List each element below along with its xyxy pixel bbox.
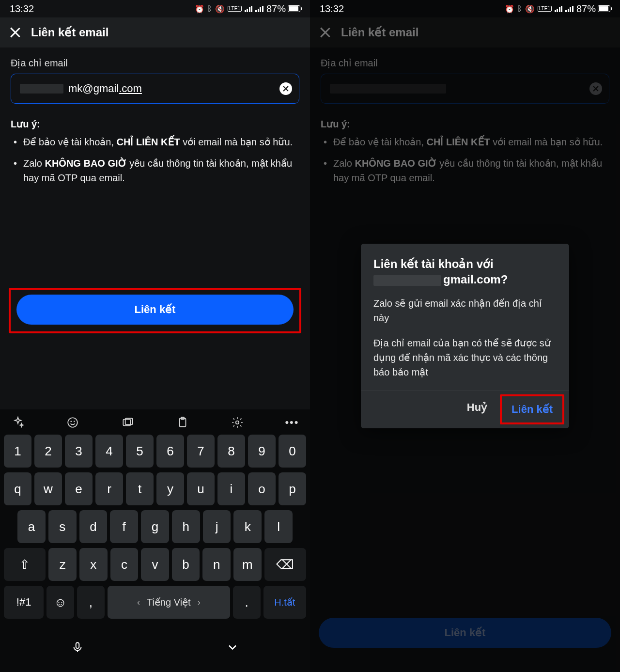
key-0[interactable]: 0 [279, 435, 306, 468]
key-6[interactable]: 6 [156, 435, 184, 468]
clock: 13:32 [10, 3, 34, 15]
key-done[interactable]: H.tất [264, 586, 306, 619]
key-h[interactable]: h [172, 510, 200, 543]
key-q[interactable]: q [4, 472, 31, 505]
gif-icon[interactable] [120, 415, 135, 430]
dialog-cancel-button[interactable]: Huỷ [454, 391, 500, 428]
dialog-ok-button[interactable]: Liên kết [502, 396, 562, 422]
collapse-keyboard-icon[interactable] [226, 641, 239, 657]
dialog-title: Liên kết tài khoản với gmail.com? [373, 256, 557, 288]
page-title: Liên kết email [31, 26, 108, 39]
battery-icon [288, 5, 300, 12]
key-c[interactable]: c [110, 548, 139, 581]
kb-row-bottom: !#1 ☺ , ‹ Tiếng Việt › . H.tất [3, 586, 307, 619]
key-j[interactable]: j [203, 510, 231, 543]
key-y[interactable]: y [156, 472, 184, 505]
screenshot-left: 13:32 ⏰ ᛒ 🔇 LTE1 87% Liên kết email Địa … [0, 0, 310, 672]
link-button[interactable]: Liên kết [16, 295, 294, 325]
emoji-icon[interactable] [65, 415, 80, 430]
key-symbols[interactable]: !#1 [4, 586, 44, 619]
key-7[interactable]: 7 [187, 435, 215, 468]
key-b[interactable]: b [172, 548, 200, 581]
key-f[interactable]: f [110, 510, 138, 543]
tutorial-highlight: Liên kết [500, 394, 564, 424]
key-9[interactable]: 9 [248, 435, 276, 468]
key-v[interactable]: v [141, 548, 169, 581]
more-icon[interactable]: ••• [285, 415, 299, 430]
clipboard-icon[interactable] [175, 415, 190, 430]
kb-row-3: ⇧ z x c v b n m ⌫ [3, 548, 307, 581]
status-bar: 13:32 ⏰ ᛒ 🔇 LTE1 87% [0, 0, 310, 17]
key-d[interactable]: d [79, 510, 108, 543]
key-shift[interactable]: ⇧ [4, 548, 46, 581]
email-label: Địa chỉ email [11, 57, 299, 69]
key-8[interactable]: 8 [217, 435, 245, 468]
key-1[interactable]: 1 [4, 435, 31, 468]
battery-pct: 87% [266, 3, 286, 15]
key-x[interactable]: x [79, 548, 108, 581]
note-item-2: Zalo KHÔNG BAO GIỜ yêu cầu thông tin tài… [23, 156, 299, 185]
key-m[interactable]: m [233, 548, 262, 581]
close-icon[interactable] [10, 27, 20, 38]
clear-input-button[interactable] [279, 82, 292, 95]
dialog-para-2: Địa chỉ email của bạn có thể sẽ được sử … [373, 336, 557, 379]
key-5[interactable]: 5 [126, 435, 154, 468]
keyboard-toolbar: ••• [3, 413, 307, 435]
dialog-overlay: Liên kết tài khoản với gmail.com? Zalo s… [310, 0, 620, 672]
sparkle-icon[interactable] [11, 415, 25, 430]
chevron-left-icon: ‹ [137, 597, 140, 608]
signal-icon [245, 5, 253, 12]
tutorial-highlight: Liên kết [9, 288, 301, 333]
key-emoji[interactable]: ☺ [46, 586, 74, 619]
key-2[interactable]: 2 [34, 435, 62, 468]
key-g[interactable]: g [141, 510, 169, 543]
keyboard[interactable]: ••• 1 2 3 4 5 6 7 8 9 0 q w e r t y [0, 409, 310, 672]
key-e[interactable]: e [65, 472, 93, 505]
key-k[interactable]: k [233, 510, 262, 543]
svg-point-7 [236, 421, 239, 424]
notes-list: Để bảo vệ tài khoản, CHỈ LIÊN KẾT với em… [11, 135, 299, 185]
screenshot-right: 13:32 ⏰ ᛒ 🔇 LTE1 87% Liên kết email Địa … [310, 0, 620, 672]
key-u[interactable]: u [187, 472, 215, 505]
redacted-email [373, 275, 441, 286]
chevron-right-icon: › [198, 597, 201, 608]
kb-row-2: a s d f g h j k l [3, 510, 307, 543]
key-backspace[interactable]: ⌫ [264, 548, 306, 581]
key-a[interactable]: a [17, 510, 46, 543]
email-input[interactable]: mk@gmail.com [11, 74, 299, 104]
key-p[interactable]: p [279, 472, 306, 505]
content-area: Địa chỉ email mk@gmail.com Lưu ý: Để bảo… [0, 47, 310, 185]
key-t[interactable]: t [126, 472, 154, 505]
svg-point-0 [68, 418, 78, 427]
key-w[interactable]: w [34, 472, 62, 505]
key-n[interactable]: n [202, 548, 231, 581]
key-space[interactable]: ‹ Tiếng Việt › [108, 586, 230, 619]
key-s[interactable]: s [48, 510, 77, 543]
key-z[interactable]: z [48, 548, 77, 581]
status-icons: ⏰ ᛒ 🔇 LTE1 87% [195, 3, 300, 15]
key-comma[interactable]: , [77, 586, 105, 619]
app-bar: Liên kết email [0, 17, 310, 47]
primary-button-zone: Liên kết [0, 279, 310, 342]
volte-icon: LTE1 [228, 6, 242, 12]
note-item-1: Để bảo vệ tài khoản, CHỈ LIÊN KẾT với em… [23, 135, 299, 149]
dialog-actions: Huỷ Liên kết [361, 390, 569, 428]
bluetooth-icon: ᛒ [207, 4, 212, 13]
mute-icon: 🔇 [215, 4, 225, 14]
key-o[interactable]: o [248, 472, 276, 505]
alarm-icon: ⏰ [195, 4, 204, 14]
key-4[interactable]: 4 [95, 435, 123, 468]
key-r[interactable]: r [95, 472, 123, 505]
key-3[interactable]: 3 [65, 435, 93, 468]
kb-row-1: q w e r t y u i o p [3, 472, 307, 505]
svg-point-1 [71, 421, 71, 422]
mic-icon[interactable] [71, 641, 84, 657]
key-i[interactable]: i [217, 472, 245, 505]
key-l[interactable]: l [264, 510, 293, 543]
signal-icon-2 [255, 5, 264, 12]
redacted-text [20, 84, 63, 94]
notes-heading: Lưu ý: [11, 118, 299, 130]
gear-icon[interactable] [230, 415, 245, 430]
svg-point-2 [74, 421, 75, 422]
key-period[interactable]: . [233, 586, 261, 619]
